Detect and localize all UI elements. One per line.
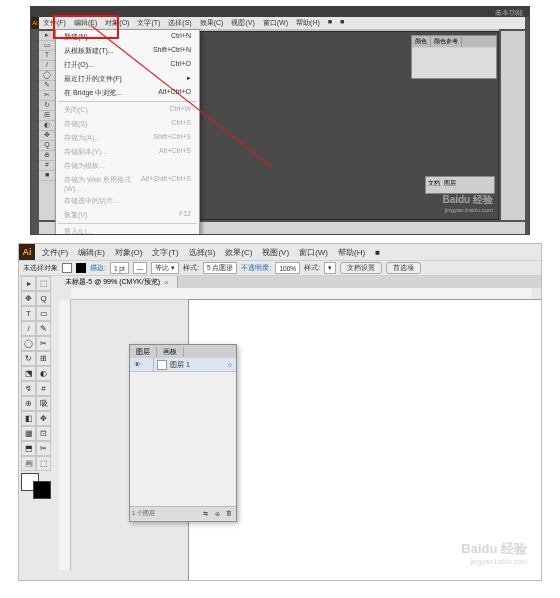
tool-button[interactable]: ◯ — [39, 71, 55, 81]
target-icon[interactable]: ○ — [224, 361, 236, 368]
stroke-swatch[interactable] — [33, 481, 51, 499]
menu-item[interactable]: ■ — [370, 248, 385, 257]
menu-item[interactable]: ■ — [324, 17, 336, 29]
fill-swatch[interactable] — [62, 263, 72, 273]
tool-button[interactable]: ⊡ — [36, 426, 51, 441]
layer-name[interactable]: 图层 1 — [170, 360, 224, 370]
color-swatch[interactable] — [21, 473, 51, 499]
menu-item[interactable]: 编辑(E) — [70, 17, 101, 29]
panel-tab[interactable]: 画板 — [157, 347, 184, 357]
menu-item[interactable]: 帮助(H) — [333, 247, 370, 258]
tool-button[interactable]: ▦ — [21, 426, 36, 441]
tool-button[interactable]: 画 — [21, 456, 36, 471]
stroke-weight-field[interactable]: 1 pt — [110, 262, 129, 274]
prefs-button[interactable]: 首选项 — [386, 262, 421, 274]
tool-button[interactable]: Q — [39, 141, 55, 151]
tool-button[interactable]: ◐ — [36, 366, 51, 381]
menu-item[interactable]: 新建(N)...Ctrl+N — [56, 30, 199, 44]
panel-tab[interactable]: 颜色 — [412, 36, 431, 47]
tool-button[interactable]: ◐ — [39, 121, 55, 131]
tool-button[interactable]: ⬚ — [36, 456, 51, 471]
panel-footer-icon[interactable]: 🗑 — [224, 510, 234, 517]
visibility-icon[interactable]: 👁 — [130, 361, 144, 368]
tool-button[interactable]: / — [39, 61, 55, 71]
tool-button[interactable]: # — [36, 381, 51, 396]
opacity-link[interactable]: 不透明度: — [241, 263, 271, 273]
tool-button[interactable]: ↯ — [21, 381, 36, 396]
tool-button[interactable]: ✎ — [36, 321, 51, 336]
menu-item[interactable]: 文字(T) — [133, 17, 164, 29]
tool-button[interactable]: T — [21, 306, 36, 321]
menu-item[interactable]: 在 Bridge 中浏览...Alt+Ctrl+O — [56, 86, 199, 100]
stroke-swatch[interactable] — [76, 263, 86, 273]
layers-mini-panel[interactable]: 文档图层 — [425, 176, 495, 194]
tool-button[interactable]: ↻ — [21, 351, 36, 366]
tool-button[interactable]: ▸ — [39, 31, 55, 41]
menu-item[interactable]: 对象(O) — [101, 17, 133, 29]
toolbox[interactable]: ▸⬚✥QT▭/✎◯✂↻⊞⬔◐↯#⊕吸◧✥▦⊡⬒✂画⬚ — [21, 276, 53, 578]
menu-item[interactable]: 选择(S) — [184, 247, 221, 258]
panel-tab[interactable]: 图层 — [444, 180, 460, 186]
doc-setup-button[interactable]: 文档设置 — [340, 262, 382, 274]
panel-footer-icon[interactable]: ⊕ — [212, 510, 222, 517]
stroke-link[interactable]: 描边: — [90, 263, 106, 273]
color-panel-body[interactable] — [412, 48, 496, 78]
toolbox[interactable]: ▸▭T/◯✎✂↻⊞◐✥Q⊕#■ — [39, 31, 55, 220]
close-icon[interactable]: × — [164, 278, 169, 287]
document-tabbar[interactable]: 未标题-5 @ 99% (CMYK/预览) × — [57, 276, 541, 288]
menu-item[interactable]: 对象(O) — [110, 247, 148, 258]
tool-button[interactable]: ✂ — [36, 336, 51, 351]
menu-item[interactable]: 文字(T) — [147, 247, 183, 258]
dash-field[interactable]: — — [133, 262, 148, 274]
layer-thumb[interactable] — [157, 360, 167, 370]
menubar[interactable]: 文件(F)编辑(E)对象(O)文字(T)选择(S)效果(C)视图(V)窗口(W)… — [37, 244, 539, 260]
document-tab[interactable]: 未标题-5 @ 99% (CMYK/预览) × — [57, 276, 178, 288]
color-panel[interactable]: 颜色颜色参考 — [411, 35, 497, 79]
tool-button[interactable]: ◧ — [21, 411, 36, 426]
menu-item[interactable]: 最近打开的文件(F)▸ — [56, 72, 199, 86]
tool-button[interactable]: T — [39, 51, 55, 61]
panel-footer-icon[interactable]: ⇆ — [200, 510, 210, 517]
lock-col[interactable] — [144, 358, 154, 372]
uniform-field[interactable]: 等比 ▾ — [151, 262, 179, 274]
tool-button[interactable]: ▭ — [36, 306, 51, 321]
menu-item[interactable]: 编辑(E) — [73, 247, 110, 258]
tool-button[interactable]: ⊞ — [36, 351, 51, 366]
options-bar[interactable]: 未选择对象 描边: 1 pt — 等比 ▾ 样式: 5 点圆形 不透明度: 10… — [19, 260, 541, 276]
brush-field[interactable]: 5 点圆形 — [203, 262, 237, 274]
menu-item[interactable]: 文件(F) — [37, 247, 73, 258]
layer-row[interactable]: 👁 图层 1 ○ — [130, 358, 236, 372]
panel-tab[interactable]: 图层 — [130, 347, 157, 357]
tool-button[interactable]: ✥ — [39, 131, 55, 141]
graphic-style-field[interactable]: ▾ — [324, 262, 336, 274]
layers-panel[interactable]: 图层画板 👁 图层 1 ○ 1 个图层 ⇆⊕🗑 — [129, 344, 237, 522]
tool-button[interactable]: ✥ — [21, 291, 36, 306]
tool-button[interactable]: Q — [36, 291, 51, 306]
tool-button[interactable]: ✂ — [36, 441, 51, 456]
menu-item[interactable]: ■ — [336, 17, 348, 29]
tool-button[interactable]: ▭ — [39, 41, 55, 51]
menu-item[interactable]: 窗口(W) — [294, 247, 333, 258]
layers-body[interactable] — [130, 372, 236, 506]
ruler-vertical[interactable] — [59, 300, 71, 570]
panel-tab[interactable]: 文档 — [428, 180, 444, 186]
right-dock[interactable] — [501, 31, 525, 220]
tool-button[interactable]: ⬔ — [21, 366, 36, 381]
menu-item[interactable]: 打开(O)...Ctrl+O — [56, 58, 199, 72]
file-menu-dropdown[interactable]: 新建(N)...Ctrl+N从模板新建(T)...Shift+Ctrl+N打开(… — [55, 29, 200, 235]
menu-item[interactable]: 从模板新建(T)...Shift+Ctrl+N — [56, 44, 199, 58]
tool-button[interactable]: ⬒ — [21, 441, 36, 456]
menu-item[interactable]: 文件(F) — [39, 17, 70, 29]
opacity-field[interactable]: 100% — [275, 262, 300, 274]
tool-button[interactable]: / — [21, 321, 36, 336]
tool-button[interactable]: # — [39, 161, 55, 171]
menu-item[interactable]: 帮助(H) — [292, 17, 324, 29]
menu-item[interactable]: 效果(C) — [220, 247, 257, 258]
tool-button[interactable]: ■ — [39, 171, 55, 181]
tool-button[interactable]: ↻ — [39, 101, 55, 111]
artboard[interactable] — [189, 300, 541, 580]
menu-item[interactable]: 窗口(W) — [259, 17, 292, 29]
menubar[interactable]: 文件(F)编辑(E)对象(O)文字(T)选择(S)效果(C)视图(V)窗口(W)… — [39, 17, 525, 29]
tool-button[interactable]: ◯ — [21, 336, 36, 351]
tool-button[interactable]: ⊕ — [39, 151, 55, 161]
